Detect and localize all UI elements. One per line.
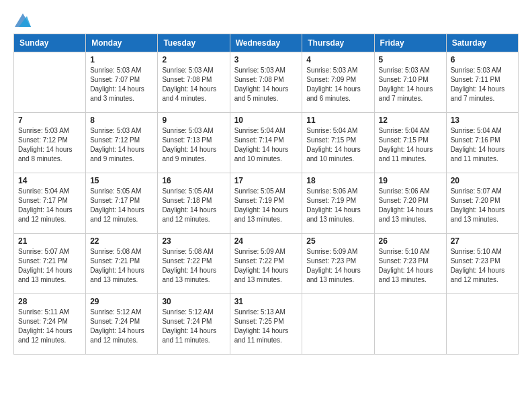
day-info: Sunrise: 5:03 AM Sunset: 7:12 PM Dayligh… — [90, 126, 153, 164]
day-info: Sunrise: 5:04 AM Sunset: 7:14 PM Dayligh… — [234, 126, 298, 164]
day-number: 2 — [162, 55, 225, 64]
logo-icon — [15, 13, 31, 27]
day-cell-15: 15Sunrise: 5:05 AM Sunset: 7:17 PM Dayli… — [86, 173, 158, 234]
day-info: Sunrise: 5:03 AM Sunset: 7:11 PM Dayligh… — [451, 66, 514, 103]
week-row-5: 28Sunrise: 5:11 AM Sunset: 7:24 PM Dayli… — [14, 294, 519, 355]
day-cell-14: 14Sunrise: 5:04 AM Sunset: 7:17 PM Dayli… — [14, 173, 86, 234]
page-header — [13, 13, 519, 27]
day-number: 3 — [234, 55, 298, 64]
day-info: Sunrise: 5:10 AM Sunset: 7:23 PM Dayligh… — [451, 247, 514, 285]
day-info: Sunrise: 5:04 AM Sunset: 7:17 PM Dayligh… — [18, 187, 81, 224]
day-number: 12 — [379, 116, 442, 125]
column-header-saturday: Saturday — [446, 34, 518, 52]
day-cell-31: 31Sunrise: 5:13 AM Sunset: 7:25 PM Dayli… — [230, 294, 302, 355]
day-cell-16: 16Sunrise: 5:05 AM Sunset: 7:18 PM Dayli… — [158, 173, 230, 234]
day-info: Sunrise: 5:07 AM Sunset: 7:21 PM Dayligh… — [18, 247, 81, 285]
day-number: 13 — [451, 116, 514, 125]
day-info: Sunrise: 5:04 AM Sunset: 7:16 PM Dayligh… — [451, 126, 514, 164]
day-info: Sunrise: 5:03 AM Sunset: 7:08 PM Dayligh… — [234, 66, 298, 103]
day-number: 5 — [379, 55, 442, 64]
day-info: Sunrise: 5:03 AM Sunset: 7:10 PM Dayligh… — [379, 66, 442, 103]
empty-cell — [374, 294, 446, 355]
day-number: 22 — [90, 236, 153, 246]
day-number: 29 — [90, 297, 153, 306]
day-cell-10: 10Sunrise: 5:04 AM Sunset: 7:14 PM Dayli… — [230, 113, 302, 173]
empty-cell — [302, 294, 374, 355]
column-header-monday: Monday — [86, 34, 158, 52]
week-row-4: 21Sunrise: 5:07 AM Sunset: 7:21 PM Dayli… — [14, 234, 519, 294]
day-cell-7: 7Sunrise: 5:03 AM Sunset: 7:12 PM Daylig… — [14, 113, 86, 173]
day-cell-18: 18Sunrise: 5:06 AM Sunset: 7:19 PM Dayli… — [302, 173, 374, 234]
week-row-3: 14Sunrise: 5:04 AM Sunset: 7:17 PM Dayli… — [14, 173, 519, 234]
day-info: Sunrise: 5:04 AM Sunset: 7:15 PM Dayligh… — [379, 126, 442, 164]
day-cell-27: 27Sunrise: 5:10 AM Sunset: 7:23 PM Dayli… — [446, 234, 518, 294]
day-cell-30: 30Sunrise: 5:12 AM Sunset: 7:24 PM Dayli… — [158, 294, 230, 355]
day-cell-5: 5Sunrise: 5:03 AM Sunset: 7:10 PM Daylig… — [374, 52, 446, 113]
day-cell-25: 25Sunrise: 5:09 AM Sunset: 7:23 PM Dayli… — [302, 234, 374, 294]
column-header-friday: Friday — [374, 34, 446, 52]
column-header-thursday: Thursday — [302, 34, 374, 52]
day-number: 21 — [18, 236, 81, 246]
day-number: 15 — [90, 176, 153, 185]
column-header-sunday: Sunday — [14, 34, 86, 52]
day-cell-3: 3Sunrise: 5:03 AM Sunset: 7:08 PM Daylig… — [230, 52, 302, 113]
week-row-2: 7Sunrise: 5:03 AM Sunset: 7:12 PM Daylig… — [14, 113, 519, 173]
day-info: Sunrise: 5:09 AM Sunset: 7:23 PM Dayligh… — [306, 247, 369, 285]
logo[interactable] — [13, 13, 31, 27]
day-cell-13: 13Sunrise: 5:04 AM Sunset: 7:16 PM Dayli… — [446, 113, 518, 173]
calendar-header-row: SundayMondayTuesdayWednesdayThursdayFrid… — [14, 34, 519, 52]
day-cell-23: 23Sunrise: 5:08 AM Sunset: 7:22 PM Dayli… — [158, 234, 230, 294]
day-cell-6: 6Sunrise: 5:03 AM Sunset: 7:11 PM Daylig… — [446, 52, 518, 113]
day-info: Sunrise: 5:05 AM Sunset: 7:17 PM Dayligh… — [90, 187, 153, 224]
day-info: Sunrise: 5:04 AM Sunset: 7:15 PM Dayligh… — [306, 126, 369, 164]
day-info: Sunrise: 5:03 AM Sunset: 7:07 PM Dayligh… — [90, 66, 153, 103]
day-number: 14 — [18, 176, 81, 185]
calendar-table: SundayMondayTuesdayWednesdayThursdayFrid… — [13, 34, 519, 355]
day-cell-2: 2Sunrise: 5:03 AM Sunset: 7:08 PM Daylig… — [158, 52, 230, 113]
day-number: 17 — [234, 176, 298, 185]
day-number: 4 — [306, 55, 369, 64]
day-info: Sunrise: 5:10 AM Sunset: 7:23 PM Dayligh… — [379, 247, 442, 285]
day-info: Sunrise: 5:05 AM Sunset: 7:19 PM Dayligh… — [234, 187, 298, 224]
day-number: 18 — [306, 176, 369, 185]
day-cell-17: 17Sunrise: 5:05 AM Sunset: 7:19 PM Dayli… — [230, 173, 302, 234]
day-info: Sunrise: 5:13 AM Sunset: 7:25 PM Dayligh… — [234, 308, 298, 345]
day-info: Sunrise: 5:07 AM Sunset: 7:20 PM Dayligh… — [451, 187, 514, 224]
day-info: Sunrise: 5:06 AM Sunset: 7:20 PM Dayligh… — [379, 187, 442, 224]
day-number: 23 — [162, 236, 225, 246]
day-number: 10 — [234, 116, 298, 125]
day-number: 30 — [162, 297, 225, 306]
empty-cell — [14, 52, 86, 113]
column-header-tuesday: Tuesday — [158, 34, 230, 52]
day-info: Sunrise: 5:08 AM Sunset: 7:22 PM Dayligh… — [162, 247, 225, 285]
day-cell-28: 28Sunrise: 5:11 AM Sunset: 7:24 PM Dayli… — [14, 294, 86, 355]
day-number: 6 — [451, 55, 514, 64]
day-info: Sunrise: 5:09 AM Sunset: 7:22 PM Dayligh… — [234, 247, 298, 285]
day-cell-19: 19Sunrise: 5:06 AM Sunset: 7:20 PM Dayli… — [374, 173, 446, 234]
day-cell-26: 26Sunrise: 5:10 AM Sunset: 7:23 PM Dayli… — [374, 234, 446, 294]
day-cell-1: 1Sunrise: 5:03 AM Sunset: 7:07 PM Daylig… — [86, 52, 158, 113]
day-info: Sunrise: 5:08 AM Sunset: 7:21 PM Dayligh… — [90, 247, 153, 285]
day-info: Sunrise: 5:03 AM Sunset: 7:09 PM Dayligh… — [306, 66, 369, 103]
day-number: 31 — [234, 297, 298, 306]
day-cell-12: 12Sunrise: 5:04 AM Sunset: 7:15 PM Dayli… — [374, 113, 446, 173]
day-cell-8: 8Sunrise: 5:03 AM Sunset: 7:12 PM Daylig… — [86, 113, 158, 173]
day-cell-24: 24Sunrise: 5:09 AM Sunset: 7:22 PM Dayli… — [230, 234, 302, 294]
day-cell-11: 11Sunrise: 5:04 AM Sunset: 7:15 PM Dayli… — [302, 113, 374, 173]
day-cell-21: 21Sunrise: 5:07 AM Sunset: 7:21 PM Dayli… — [14, 234, 86, 294]
day-number: 24 — [234, 236, 298, 246]
column-header-wednesday: Wednesday — [230, 34, 302, 52]
day-info: Sunrise: 5:05 AM Sunset: 7:18 PM Dayligh… — [162, 187, 225, 224]
day-info: Sunrise: 5:12 AM Sunset: 7:24 PM Dayligh… — [90, 308, 153, 345]
day-info: Sunrise: 5:12 AM Sunset: 7:24 PM Dayligh… — [162, 308, 225, 345]
day-info: Sunrise: 5:03 AM Sunset: 7:12 PM Dayligh… — [18, 126, 81, 164]
day-number: 20 — [451, 176, 514, 185]
day-info: Sunrise: 5:11 AM Sunset: 7:24 PM Dayligh… — [18, 308, 81, 345]
day-info: Sunrise: 5:03 AM Sunset: 7:08 PM Dayligh… — [162, 66, 225, 103]
day-number: 8 — [90, 116, 153, 125]
day-info: Sunrise: 5:03 AM Sunset: 7:13 PM Dayligh… — [162, 126, 225, 164]
day-cell-9: 9Sunrise: 5:03 AM Sunset: 7:13 PM Daylig… — [158, 113, 230, 173]
day-number: 28 — [18, 297, 81, 306]
day-number: 11 — [306, 116, 369, 125]
day-number: 9 — [162, 116, 225, 125]
